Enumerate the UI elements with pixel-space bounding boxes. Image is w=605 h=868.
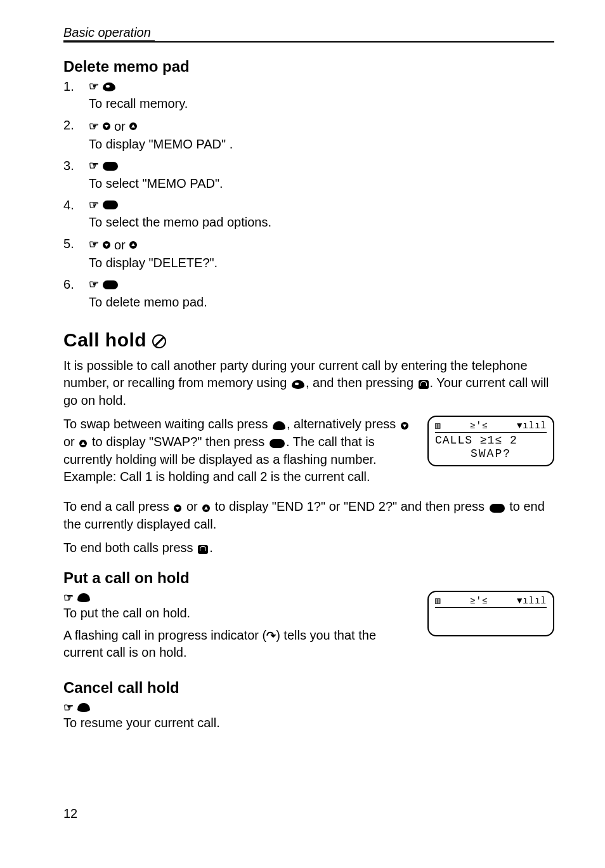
hold-key-icon <box>77 593 90 602</box>
step5-desc: To display "DELETE?". <box>89 254 218 271</box>
ok-key-icon <box>490 504 505 513</box>
up-key-icon <box>202 504 210 512</box>
manual-page: Basic operation Delete memo pad ☞ To rec… <box>0 0 605 846</box>
put-hold-row: ☞ To put the call on hold. A flashing ca… <box>63 591 554 667</box>
lcd-line1: CALLS ≥1≤ 2 <box>435 434 547 447</box>
step4-desc: To select the memo pad options. <box>89 214 271 230</box>
status-mid: ≥'≤ <box>470 596 488 606</box>
press-icon: ☞ <box>89 79 99 94</box>
memory-key-icon <box>292 380 304 389</box>
page-number: 12 <box>63 806 554 821</box>
status-mid: ≥'≤ <box>470 421 488 431</box>
lcd-hold-display: ▥ ≥'≤ ▼ılıl <box>427 591 554 636</box>
delete-memo-steps: ☞ To recall memory. ☞ or To display "MEM… <box>63 79 554 310</box>
hold-key-icon <box>273 421 285 430</box>
press-icon: ☞ <box>89 119 99 134</box>
call-progress-icon: ↷ <box>266 628 276 643</box>
press-icon: ☞ <box>89 237 99 252</box>
lcd-line2: SWAP? <box>435 447 547 461</box>
step1-desc: To recall memory. <box>89 95 188 112</box>
network-feature-icon <box>152 334 166 348</box>
heading-put-hold: Put a call on hold <box>63 569 554 587</box>
cancel-hold-icons: ☞ <box>63 700 554 714</box>
or-text: or <box>114 237 126 253</box>
call-hold-para2: To swap between waiting calls press , al… <box>63 416 417 485</box>
press-icon: ☞ <box>89 198 99 213</box>
page-header-rule: Basic operation <box>63 25 554 43</box>
ok-key-icon <box>103 162 118 171</box>
put-hold-para: A flashing call in progress indicator (↷… <box>63 627 417 661</box>
battery-icon: ▥ <box>435 421 441 431</box>
put-hold-desc: To put the call on hold. <box>63 606 417 621</box>
call-hold-title: Call hold <box>63 329 146 350</box>
step2-desc: To display "MEMO PAD" . <box>89 136 233 152</box>
cancel-hold-desc: To resume your current call. <box>63 716 554 730</box>
up-key-icon <box>129 122 137 130</box>
battery-icon: ▥ <box>435 596 441 606</box>
heading-call-hold: Call hold <box>63 329 554 351</box>
signal-icon: ▼ılıl <box>517 596 547 606</box>
press-icon: ☞ <box>89 277 99 292</box>
press-icon: ☞ <box>89 159 99 173</box>
running-header: Basic operation <box>63 25 155 41</box>
send-key-icon <box>419 380 429 389</box>
step3-icons: ☞ <box>89 159 223 173</box>
down-key-icon <box>103 122 110 130</box>
call-hold-para1: It is possible to call another party dur… <box>63 357 554 409</box>
up-key-icon <box>129 241 137 249</box>
heading-cancel-hold: Cancel call hold <box>63 679 554 697</box>
call-hold-para3: To end a call press or to display "END 1… <box>63 498 554 533</box>
step1-icons: ☞ <box>89 79 188 94</box>
swap-row: To swap between waiting calls press , al… <box>63 416 554 492</box>
step6-desc: To delete memo pad. <box>89 294 207 310</box>
memory-key-icon <box>103 82 115 91</box>
up-key-icon <box>79 440 87 447</box>
hold-key-icon <box>77 703 90 712</box>
heading-delete-memo: Delete memo pad <box>63 58 554 76</box>
signal-icon: ▼ılıl <box>517 421 547 431</box>
step4-icons: ☞ <box>89 198 271 213</box>
or-text: or <box>114 118 126 135</box>
call-hold-para4: To end both calls press . <box>63 539 554 557</box>
step5-icons: ☞ or <box>89 237 218 253</box>
ok-key-icon <box>103 201 118 209</box>
press-icon: ☞ <box>63 591 74 605</box>
down-key-icon <box>401 422 408 430</box>
down-key-icon <box>174 504 181 512</box>
press-icon: ☞ <box>63 700 74 714</box>
put-hold-icons: ☞ <box>63 591 417 605</box>
ok-key-icon <box>103 280 118 289</box>
end-key-icon <box>198 545 208 554</box>
lcd-swap-display: ▥ ≥'≤ ▼ılıl CALLS ≥1≤ 2 SWAP? <box>427 416 554 466</box>
step6-icons: ☞ <box>89 277 207 292</box>
ok-key-icon <box>270 439 285 448</box>
down-key-icon <box>103 241 110 249</box>
step3-desc: To select "MEMO PAD". <box>89 175 223 192</box>
step2-icons: ☞ or <box>89 118 233 135</box>
